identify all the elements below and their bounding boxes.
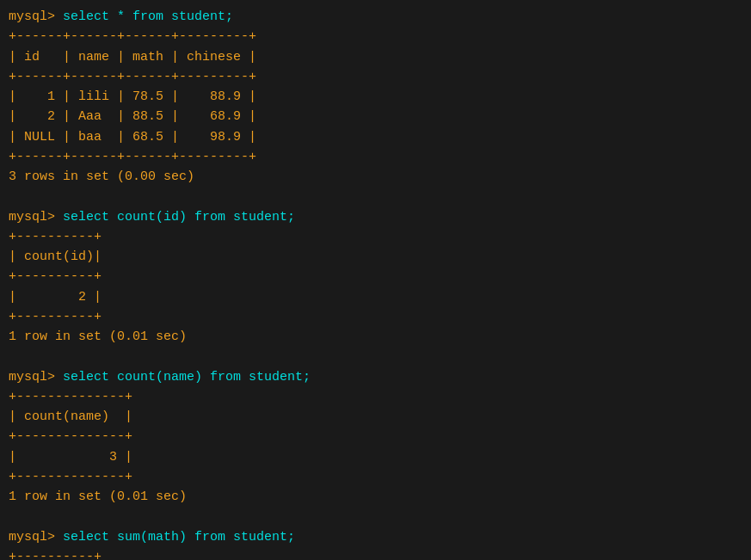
table-output-3: +--------------+ | count(name) | +------…	[9, 387, 742, 487]
query-block-1: mysql> select * from student; +------+--…	[9, 7, 742, 187]
command-4: select sum(math) from student;	[63, 530, 295, 545]
table-output-4: +----------+ | sum(math)| +----------+ |…	[9, 547, 742, 560]
status-1: 3 rows in set (0.00 sec)	[9, 167, 742, 187]
query-block-3: mysql> select count(name) from student; …	[9, 367, 742, 508]
command-3: select count(name) from student;	[63, 370, 311, 385]
command-1: select * from student;	[63, 9, 233, 24]
table-output-1: +------+------+------+---------+ | id | …	[9, 27, 742, 167]
query-block-4: mysql> select sum(math) from student; +-…	[9, 527, 742, 561]
prompt-3: mysql>	[9, 370, 63, 385]
prompt-2: mysql>	[9, 210, 63, 225]
prompt-1: mysql>	[9, 9, 63, 24]
command-line-3: mysql> select count(name) from student;	[9, 367, 742, 387]
command-2: select count(id) from student;	[63, 210, 295, 225]
table-output-2: +----------+ | count(id)| +----------+ |…	[9, 227, 742, 327]
command-line-4: mysql> select sum(math) from student;	[9, 527, 742, 547]
prompt-4: mysql>	[9, 530, 63, 545]
terminal-window: mysql> select * from student; +------+--…	[9, 7, 742, 560]
status-3: 1 row in set (0.01 sec)	[9, 487, 742, 507]
command-line-1: mysql> select * from student;	[9, 7, 742, 27]
command-line-2: mysql> select count(id) from student;	[9, 207, 742, 227]
query-block-2: mysql> select count(id) from student; +-…	[9, 207, 742, 348]
status-2: 1 row in set (0.01 sec)	[9, 327, 742, 347]
